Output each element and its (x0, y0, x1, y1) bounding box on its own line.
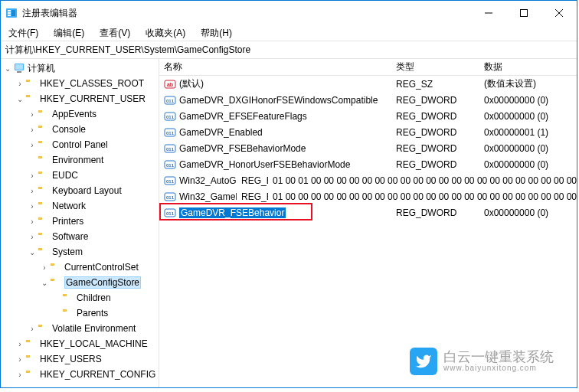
chevron-icon[interactable] (27, 325, 38, 333)
svg-rect-24 (38, 172, 42, 174)
tree-node[interactable]: GameConfigStore (1, 275, 159, 290)
value-list[interactable]: 名称 类型 数据 ab(默认)REG_SZ(数值未设置)011GameDVR_D… (159, 59, 577, 387)
tree-node[interactable]: Keyboard Layout (1, 183, 159, 198)
tree-node[interactable]: HKEY_USERS (1, 351, 159, 367)
tree-node[interactable]: Network (1, 198, 159, 214)
value-row[interactable]: 011GameDVR_HonorUserFSEBehaviorModeREG_D… (159, 156, 577, 172)
tree-node[interactable]: Printers (1, 214, 159, 229)
value-data: 0x00000000 (0) (479, 111, 577, 122)
svg-rect-42 (63, 309, 67, 312)
value-row[interactable]: ab(默认)REG_SZ(数值未设置) (159, 76, 577, 92)
svg-rect-44 (38, 325, 42, 327)
tree-node-label: Keyboard Layout (52, 185, 122, 196)
chevron-icon[interactable] (15, 80, 25, 88)
folder-icon (38, 108, 50, 120)
svg-rect-1 (8, 10, 11, 11)
svg-rect-6 (521, 10, 528, 17)
chevron-icon[interactable] (27, 187, 38, 195)
chevron-icon[interactable] (27, 233, 38, 241)
menu-favorites[interactable]: 收藏夹(A) (141, 25, 190, 41)
chevron-icon[interactable] (39, 263, 50, 272)
maximize-button[interactable] (506, 1, 541, 25)
chevron-icon[interactable] (27, 141, 38, 149)
tree-node[interactable]: Volatile Environment (1, 321, 159, 336)
value-row[interactable]: 011GameDVR_EFSEFeatureFlagsREG_DWORD0x00… (159, 108, 577, 124)
chevron-icon[interactable] (15, 95, 25, 103)
value-data: 0x00000000 (0) (479, 207, 577, 218)
chevron-icon[interactable] (27, 126, 38, 134)
tree-node[interactable]: HKEY_CURRENT_USER (1, 91, 159, 106)
close-button[interactable] (541, 1, 577, 25)
svg-rect-48 (26, 355, 30, 358)
tree-node[interactable]: CurrentControlSet (1, 260, 159, 275)
chevron-icon[interactable] (27, 248, 38, 256)
tree-panel[interactable]: 计算机HKEY_CLASSES_ROOTHKEY_CURRENT_USERApp… (1, 59, 159, 387)
list-body: ab(默认)REG_SZ(数值未设置)011GameDVR_DXGIHonorF… (159, 76, 577, 220)
tree-node-label: Console (52, 124, 86, 135)
value-name: GameDVR_FSEBehaviorMode (179, 143, 306, 154)
tree-node[interactable]: Control Panel (1, 137, 159, 152)
tree-root-label: 计算机 (28, 62, 55, 75)
svg-rect-11 (17, 71, 21, 73)
value-row[interactable]: 011GameDVR_EnabledREG_DWORD0x00000001 (1… (159, 124, 577, 140)
minimize-button[interactable] (471, 1, 506, 25)
tree-node[interactable]: Environment (1, 152, 159, 168)
value-row[interactable]: 011GameDVR_DXGIHonorFSEWindowsCompatible… (159, 92, 577, 108)
svg-text:011: 011 (166, 147, 175, 152)
chevron-icon[interactable] (15, 371, 25, 379)
chevron-icon[interactable] (27, 217, 38, 226)
tree-node[interactable]: System (1, 244, 159, 260)
tree-node[interactable]: HKEY_LOCAL_MACHINE (1, 336, 159, 351)
value-row[interactable]: 011Win32_GameModeRelatedProcessesREG_BIN… (159, 188, 577, 204)
tree-node-label: HKEY_USERS (40, 354, 102, 364)
menu-edit[interactable]: 编辑(E) (49, 25, 89, 41)
tree-node[interactable]: Children (1, 290, 159, 305)
svg-rect-46 (26, 340, 30, 342)
svg-rect-30 (38, 217, 42, 220)
col-name[interactable]: 名称 (159, 60, 391, 74)
tree-root[interactable]: 计算机 (1, 60, 159, 76)
menu-view[interactable]: 查看(V) (95, 25, 135, 41)
value-data: 0x00000000 (0) (479, 95, 577, 106)
value-name: (默认) (179, 77, 204, 90)
folder-icon (38, 169, 50, 181)
chevron-icon[interactable] (27, 202, 38, 211)
value-row[interactable]: 011GameDVR_FSEBehaviorModeREG_DWORD0x000… (159, 140, 577, 156)
tree-node[interactable]: Parents (1, 305, 159, 321)
svg-text:011: 011 (166, 163, 175, 168)
chevron-icon[interactable] (15, 340, 25, 348)
dword-value-icon: 011 (164, 126, 176, 139)
svg-rect-3 (8, 15, 11, 16)
value-type: REG_DWORD (391, 111, 479, 122)
svg-text:ab: ab (167, 82, 173, 87)
tree-node-label: Environment (52, 155, 103, 165)
col-type[interactable]: 类型 (391, 60, 479, 74)
svg-text:011: 011 (166, 179, 175, 184)
tree-node[interactable]: HKEY_CURRENT_CONFIG (1, 367, 159, 382)
value-name: Win32_GameModeRelatedProcesses (179, 191, 237, 202)
tree-node[interactable]: EUDC (1, 168, 159, 183)
chevron-icon[interactable] (27, 172, 38, 180)
svg-rect-32 (38, 233, 42, 235)
tree-node-label: HKEY_CLASSES_ROOT (40, 78, 144, 89)
tree-node[interactable]: HKEY_CLASSES_ROOT (1, 76, 159, 91)
col-data[interactable]: 数据 (479, 60, 577, 74)
folder-icon (25, 77, 38, 90)
value-name: GameDVR_EFSEFeatureFlags (179, 111, 307, 122)
tree-node-label: EUDC (52, 170, 78, 181)
chevron-icon[interactable] (27, 110, 38, 119)
value-name: Win32_AutoGameModeDefaultProfile (179, 175, 237, 186)
tree-node-label: Printers (52, 216, 83, 227)
tree-node[interactable]: Console (1, 122, 159, 137)
chevron-icon[interactable] (15, 355, 25, 364)
chevron-icon[interactable] (39, 279, 50, 287)
tree-node[interactable]: AppEvents (1, 106, 159, 122)
value-row[interactable]: 011Win32_AutoGameModeDefaultProfileREG_B… (159, 172, 577, 188)
value-row[interactable]: 011GameDVR_FSEBehaviorREG_DWORD0x0000000… (159, 204, 577, 220)
menu-help[interactable]: 帮助(H) (196, 25, 237, 41)
address-bar[interactable]: 计算机\HKEY_CURRENT_USER\System\GameConfigS… (1, 41, 577, 59)
folder-icon (62, 292, 74, 304)
computer-icon (13, 62, 25, 74)
menu-file[interactable]: 文件(F) (4, 25, 43, 41)
tree-node[interactable]: Software (1, 229, 159, 244)
